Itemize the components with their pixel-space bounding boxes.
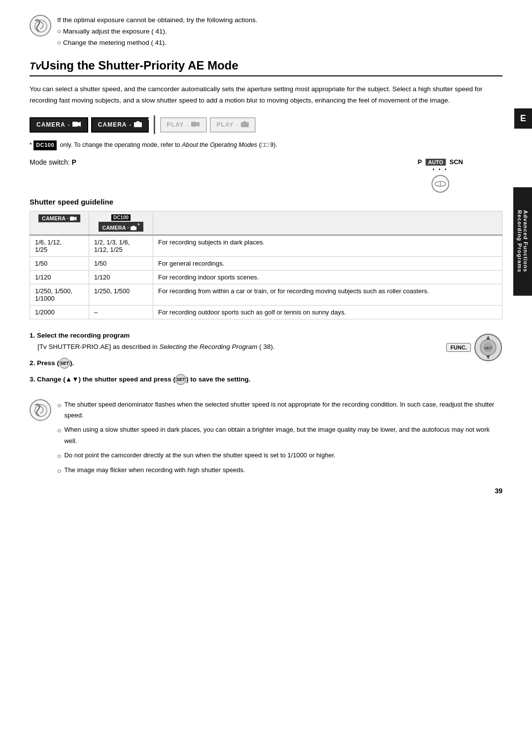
svg-rect-13 xyxy=(70,217,74,221)
note-text-4: The image may flicker when recording wit… xyxy=(64,465,245,476)
side-tab: Advanced FunctionsRecording Programs xyxy=(513,187,532,296)
asterisk-mark: * xyxy=(148,116,151,124)
svg-rect-17 xyxy=(132,226,134,227)
svg-text:SET: SET xyxy=(484,346,492,350)
steps-text-col: 1. Select the recording program [Tv SHUT… xyxy=(30,330,438,390)
table-row: 1/2000 – For recording outdoor sports su… xyxy=(30,305,502,319)
bottom-note-icon xyxy=(30,399,51,421)
svg-marker-2 xyxy=(78,122,81,127)
cam-video-dot: · xyxy=(68,121,70,129)
row4-col3: For recording from within a car or train… xyxy=(153,284,502,305)
row2-col2: 1/50 xyxy=(89,256,153,270)
row1-col3: For recording subjects in dark places. xyxy=(153,235,502,257)
side-tab-text: Advanced FunctionsRecording Programs xyxy=(517,210,529,273)
footnote-line: * DC100 only. To change the operating mo… xyxy=(30,140,502,150)
shutter-guideline-heading: Shutter speed guideline xyxy=(30,198,502,206)
svg-marker-7 xyxy=(197,122,200,127)
play-photo-dot: · xyxy=(236,121,238,129)
cam-photo-dot: · xyxy=(129,121,131,129)
svg-rect-1 xyxy=(72,122,78,127)
cam-photo-icon xyxy=(134,121,142,129)
row5-col1: 1/2000 xyxy=(30,305,89,319)
step2: 2. Press (SET). xyxy=(30,358,438,369)
svg-rect-6 xyxy=(191,122,197,127)
col3-header xyxy=(153,211,502,235)
play-photo-btn: PLAY · xyxy=(210,117,256,133)
row5-col2: – xyxy=(89,305,153,319)
note-text-block: If the optimal exposure cannot be obtain… xyxy=(57,15,258,49)
title-prefix: Tv xyxy=(30,61,41,71)
bullet-sym-4: ○ xyxy=(57,465,61,477)
row1-col1: 1/6, 1/12,1/25 xyxy=(30,235,89,257)
p-label: P xyxy=(418,158,422,166)
note-line1: If the optimal exposure cannot be obtain… xyxy=(57,15,258,26)
set-btn-inline: SET xyxy=(59,358,70,369)
footnote-ref: (□□ 9). xyxy=(259,141,277,148)
mode-divider xyxy=(154,115,155,134)
row4-col2: 1/250, 1/500 xyxy=(89,284,153,305)
play-photo-icon xyxy=(241,121,249,129)
dc100-badge: DC100 xyxy=(33,140,57,150)
func-btn-icon: FUNC. xyxy=(446,343,471,352)
cam-photo-badge: CAMERA · * xyxy=(99,222,143,232)
cam-video-label: CAMERA xyxy=(36,121,66,128)
table-row: 1/6, 1/12,1/25 1/2, 1/3, 1/6,1/12, 1/25 … xyxy=(30,235,502,257)
svg-marker-14 xyxy=(74,217,77,221)
bullet-sym-3: ○ xyxy=(57,450,61,462)
cam-video-icon xyxy=(72,121,81,129)
col1-header: CAMERA · xyxy=(30,211,89,235)
svg-rect-5 xyxy=(136,121,139,123)
table-header-row: CAMERA · DC100 CAMERA · * xyxy=(30,211,502,235)
row1-col2: 1/2, 1/3, 1/6,1/12, 1/25 xyxy=(89,235,153,257)
mode-switch-label: Mode switch: P xyxy=(30,158,76,166)
auto-badge: AUTO xyxy=(426,159,446,166)
footnote-italic: About the Operating Modes xyxy=(182,141,257,148)
bullet-sym-2: ○ xyxy=(57,424,61,437)
table-row: 1/120 1/120 For recording indoor sports … xyxy=(30,270,502,284)
top-note: If the optimal exposure cannot be obtain… xyxy=(30,15,502,49)
mode-switch-row: Mode switch: P P AUTO SCN • • • xyxy=(30,158,502,193)
note-bullet-4: ○ The image may flicker when recording w… xyxy=(57,465,502,477)
dial-circle xyxy=(432,175,449,193)
steps-with-icons-layout: 1. Select the recording program [Tv SHUT… xyxy=(30,330,502,390)
cam-photo-btn: CAMERA · * xyxy=(91,117,149,133)
cam-video-btn: CAMERA · xyxy=(30,117,88,133)
note-bullet-2: ○ When using a slow shutter speed in dar… xyxy=(57,424,502,447)
set-btn-step3: SET xyxy=(175,374,186,385)
mode-switch-diagram: P AUTO SCN • • • xyxy=(418,158,463,193)
row4-col1: 1/250, 1/500,1/1000 xyxy=(30,284,89,305)
note-text-3: Do not point the camcorder directly at t… xyxy=(64,450,335,461)
row3-col2: 1/120 xyxy=(89,270,153,284)
cam-video-badge: CAMERA · xyxy=(38,214,80,223)
func-set-icons: FUNC. SET xyxy=(446,333,502,362)
note-line2: ○ Manually adjust the exposure ( 41). xyxy=(57,26,258,37)
play-video-icon xyxy=(191,121,200,129)
steps-icons-col: FUNC. SET xyxy=(446,330,502,362)
bottom-note-text: ○ The shutter speed denominator flashes … xyxy=(57,399,502,480)
cam-photo-label: CAMERA xyxy=(98,121,127,128)
footnote-text: only. To change the operating mode, refe… xyxy=(60,141,182,148)
title-main: Using the Shutter-Priority AE Mode xyxy=(41,59,238,72)
bottom-note: ○ The shutter speed denominator flashes … xyxy=(30,399,502,480)
section-description: You can select a shutter speed, and the … xyxy=(30,83,502,106)
note-text-2: When using a slow shutter speed in dark … xyxy=(64,424,502,447)
row5-col3: For recording outdoor sports such as gol… xyxy=(153,305,502,319)
row3-col1: 1/120 xyxy=(30,270,89,284)
svg-rect-10 xyxy=(243,121,246,123)
nav-ring-icon: SET xyxy=(474,333,502,362)
note-icon xyxy=(30,15,51,36)
row3-col3: For recording indoor sports scenes. xyxy=(153,270,502,284)
e-tab: E xyxy=(514,108,532,129)
section-title: TvUsing the Shutter-Priority AE Mode xyxy=(30,59,502,76)
dc100-sm-badge: DC100 xyxy=(111,214,131,221)
play-video-btn: PLAY · xyxy=(160,117,207,133)
note-bullet-1: ○ The shutter speed denominator flashes … xyxy=(57,399,502,422)
steps-section: 1. Select the recording program [Tv SHUT… xyxy=(30,330,502,390)
table-row: 1/50 1/50 For general recordings. xyxy=(30,256,502,270)
shutter-guideline-section: Shutter speed guideline CAMERA · DC100 xyxy=(30,198,502,319)
play-video-label: PLAY xyxy=(167,121,184,128)
note-bullet-3: ○ Do not point the camcorder directly at… xyxy=(57,450,502,462)
page-number: 39 xyxy=(495,487,502,495)
p-indicator: P AUTO SCN xyxy=(418,158,463,166)
play-video-dot: · xyxy=(187,121,189,129)
